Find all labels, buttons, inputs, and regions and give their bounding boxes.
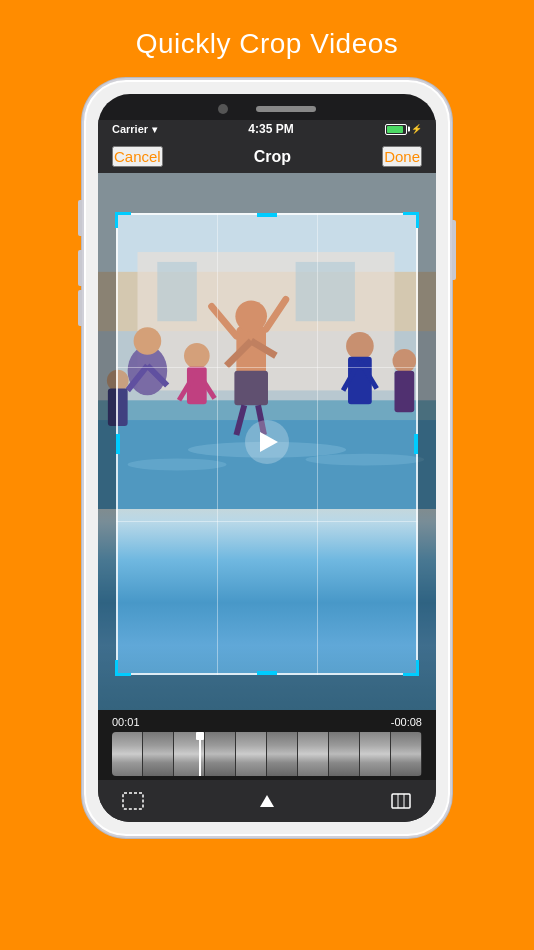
wifi-icon: ▾ [152,124,157,135]
svg-rect-37 [392,794,410,808]
timeline-strip[interactable] [112,732,422,776]
carrier-label: Carrier [112,123,148,135]
timeline-start: 00:01 [112,716,140,728]
timeline-thumb-4 [205,732,236,776]
crop-handle-bottom-left[interactable] [115,660,131,676]
charging-icon: ⚡ [411,124,422,134]
crop-handle-top-left[interactable] [115,212,131,228]
arrow-up-icon [260,795,274,807]
page-title: Quickly Crop Videos [136,28,399,60]
crop-handle-top-mid[interactable] [257,213,277,217]
video-area[interactable] [98,173,436,710]
play-button[interactable] [245,420,289,464]
crop-handle-right-mid[interactable] [414,434,418,454]
timeline-thumb-6 [267,732,298,776]
battery-icon [385,124,407,135]
timeline-end: -00:08 [391,716,422,728]
timeline-thumb-7 [298,732,329,776]
timeline-thumb-10 [391,732,422,776]
crop-mask-left [98,213,116,675]
front-camera [218,104,228,114]
crop-mask-bottom [98,675,436,710]
phone-shell: Carrier ▾ 4:35 PM ⚡ Cancel Crop Done [82,78,452,838]
timeline-thumb-5 [236,732,267,776]
timeline-thumb-1 [112,732,143,776]
timeline-timestamps: 00:01 -00:08 [112,716,422,728]
phone-screen: Carrier ▾ 4:35 PM ⚡ Cancel Crop Done [98,94,436,822]
crop-dashed-icon[interactable] [118,786,148,816]
crop-handle-bottom-right[interactable] [403,660,419,676]
crop-handle-left-mid[interactable] [116,434,120,454]
timeline-thumb-8 [329,732,360,776]
status-right: ⚡ [385,124,422,135]
phone-speaker [256,106,316,112]
bottom-toolbar [98,780,436,822]
cancel-button[interactable]: Cancel [112,146,163,167]
playhead[interactable] [199,732,201,776]
status-left: Carrier ▾ [112,123,157,135]
crop-mask-top [98,173,436,213]
done-button[interactable]: Done [382,146,422,167]
nav-title: Crop [254,148,291,166]
nav-bar: Cancel Crop Done [98,140,436,173]
svg-rect-36 [123,793,143,809]
aspect-ratio-button[interactable] [386,786,416,816]
timeline-thumb-2 [143,732,174,776]
share-up-button[interactable] [252,786,282,816]
crop-mask-right [418,213,436,675]
crop-handle-bottom-mid[interactable] [257,671,277,675]
phone-frame: Carrier ▾ 4:35 PM ⚡ Cancel Crop Done [82,78,452,838]
status-bar: Carrier ▾ 4:35 PM ⚡ [98,120,436,140]
timeline-area: 00:01 -00:08 [98,710,436,780]
crop-handle-top-right[interactable] [403,212,419,228]
phone-top [98,94,436,120]
battery-fill [387,126,403,133]
play-icon [260,432,278,452]
timeline-thumb-9 [360,732,391,776]
clock: 4:35 PM [248,122,293,136]
